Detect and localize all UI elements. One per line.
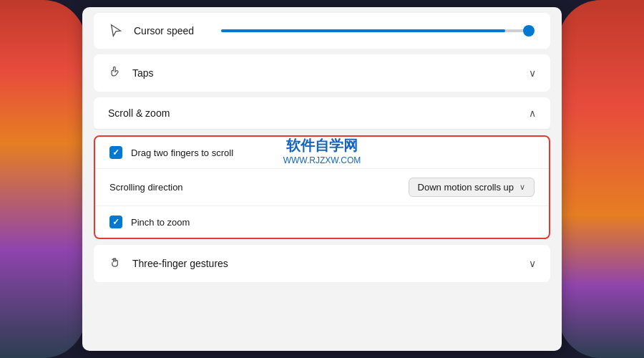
taps-label: Taps — [132, 67, 154, 79]
taps-chevron: ∨ — [529, 67, 536, 79]
settings-panel: Cursor speed Taps ∨ Scroll & zoom ∧ — [82, 7, 562, 351]
bg-decoration-right — [558, 0, 644, 358]
three-finger-chevron: ∨ — [529, 258, 536, 269]
three-finger-left: Three-finger gestures — [108, 256, 228, 271]
cursor-speed-slider[interactable] — [221, 29, 530, 32]
taps-icon — [108, 66, 122, 80]
pinch-to-zoom-checkbox[interactable] — [109, 216, 122, 228]
scroll-zoom-header[interactable]: Scroll & zoom ∧ — [94, 97, 550, 130]
pinch-to-zoom-row[interactable]: Pinch to zoom — [95, 206, 549, 238]
scroll-zoom-body: Drag two fingers to scroll Scrolling dir… — [94, 135, 550, 239]
drag-two-fingers-row[interactable]: Drag two fingers to scroll — [95, 137, 549, 168]
scrolling-direction-row: Scrolling direction Down motion scrolls … — [95, 168, 549, 206]
scroll-zoom-section-wrapper: Scroll & zoom ∧ — [94, 97, 550, 130]
cursor-speed-section: Cursor speed — [94, 13, 550, 49]
cursor-speed-row: Cursor speed — [94, 13, 550, 49]
scroll-zoom-chevron: ∧ — [529, 107, 536, 119]
drag-two-fingers-checkbox[interactable] — [109, 146, 122, 159]
taps-section[interactable]: Taps ∨ — [94, 54, 550, 92]
slider-fill — [221, 29, 505, 32]
scroll-zoom-label: Scroll & zoom — [108, 107, 170, 119]
three-finger-section[interactable]: Three-finger gestures ∨ — [94, 245, 550, 282]
scrolling-direction-dropdown[interactable]: Down motion scrolls up ∨ — [409, 178, 535, 197]
scrolling-direction-label: Scrolling direction — [109, 182, 183, 193]
three-finger-label: Three-finger gestures — [132, 258, 228, 269]
cursor-icon — [108, 23, 124, 39]
taps-row[interactable]: Taps ∨ — [94, 54, 550, 92]
drag-two-fingers-label: Drag two fingers to scroll — [131, 147, 233, 158]
three-finger-icon — [108, 256, 122, 271]
bg-decoration-left — [0, 0, 86, 358]
scrolling-direction-arrow: ∨ — [519, 183, 525, 192]
cursor-speed-label: Cursor speed — [134, 25, 205, 37]
scrolling-direction-value: Down motion scrolls up — [418, 182, 514, 193]
pinch-to-zoom-label: Pinch to zoom — [131, 217, 190, 228]
taps-left: Taps — [108, 66, 154, 80]
slider-thumb[interactable] — [523, 25, 535, 37]
three-finger-row[interactable]: Three-finger gestures ∨ — [94, 245, 550, 282]
